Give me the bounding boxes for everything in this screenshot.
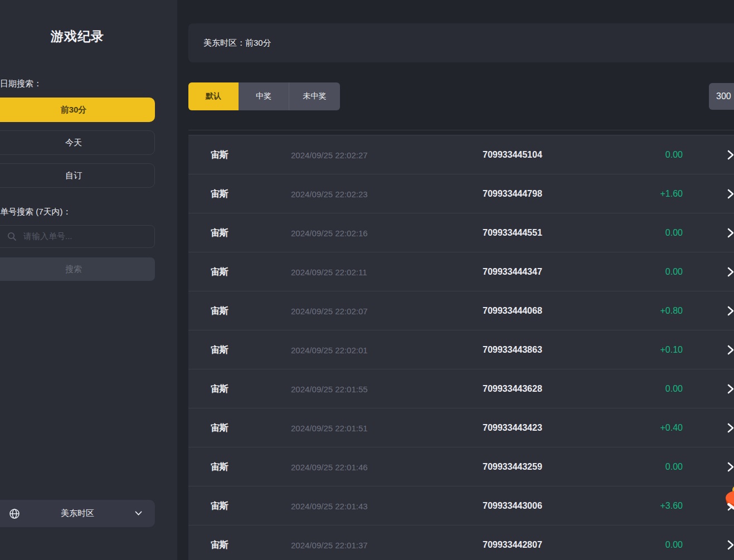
chevron-right-icon [727, 150, 734, 160]
chevron-down-icon [135, 511, 142, 516]
record-amount: +0.80 [620, 306, 683, 316]
record-order-number: 709933443006 [483, 501, 542, 511]
chevron-right-icon [727, 306, 734, 316]
record-amount: +0.40 [620, 423, 683, 433]
filter-tabs: 默认 中奖 未中奖 [188, 82, 340, 110]
record-row[interactable]: 宙斯 2024/09/25 22:01:51 709933443423 +0.4… [188, 408, 734, 447]
record-amount: +1.60 [620, 189, 683, 199]
record-order-number: 709933443423 [483, 423, 542, 433]
record-order-number: 709933444068 [483, 306, 542, 316]
record-timestamp: 2024/09/25 22:01:46 [291, 462, 368, 471]
records-list: 宙斯 2024/09/25 22:02:27 709933445104 0.00… [188, 135, 734, 560]
tab-default[interactable]: 默认 [188, 82, 239, 110]
record-game-name: 宙斯 [211, 539, 229, 551]
globe-icon [9, 508, 20, 519]
record-row[interactable]: 宙斯 2024/09/25 22:01:43 709933443006 +3.6… [188, 486, 734, 525]
order-search-input[interactable]: 请输入单号... [0, 225, 155, 248]
record-order-number: 709933443259 [483, 462, 542, 472]
record-amount: +3.60 [620, 501, 683, 511]
record-row[interactable]: 宙斯 2024/09/25 22:02:01 709933443863 +0.1… [188, 330, 734, 369]
chevron-right-icon [727, 189, 734, 199]
record-game-name: 宙斯 [211, 305, 229, 316]
record-order-number: 709933442807 [483, 540, 542, 550]
record-game-name: 宙斯 [211, 500, 229, 512]
date-search-label: 日期搜索： [0, 79, 42, 89]
record-timestamp: 2024/09/25 22:01:43 [291, 501, 368, 510]
record-order-number: 709933444798 [483, 189, 542, 199]
record-timestamp: 2024/09/25 22:01:37 [291, 540, 368, 549]
record-game-name: 宙斯 [211, 461, 229, 473]
record-amount: +0.10 [620, 345, 683, 355]
date-filter-last30min-button[interactable]: 前30分 [0, 98, 155, 122]
record-order-number: 709933443863 [483, 345, 542, 355]
sidebar: 游戏纪录 日期搜索： 前30分 今天 自订 单号搜索 (7天内)： 请输入单号.… [0, 0, 177, 560]
record-order-number: 709933443628 [483, 384, 542, 394]
record-game-name: 宙斯 [211, 188, 229, 199]
record-timestamp: 2024/09/25 22:02:23 [291, 189, 368, 198]
record-game-name: 宙斯 [211, 383, 229, 395]
record-timestamp: 2024/09/25 22:02:01 [291, 345, 368, 354]
record-amount: 0.00 [620, 540, 683, 550]
record-timestamp: 2024/09/25 22:02:16 [291, 228, 368, 237]
tab-lose[interactable]: 未中奖 [289, 82, 340, 110]
chevron-right-icon [727, 345, 734, 355]
record-timestamp: 2024/09/25 22:01:55 [291, 384, 368, 393]
record-amount: 0.00 [620, 462, 683, 472]
records-header-title: 美东时区：前30分 [203, 38, 271, 48]
record-row[interactable]: 宙斯 2024/09/25 22:02:07 709933444068 +0.8… [188, 291, 734, 330]
chevron-right-icon [727, 228, 734, 238]
record-game-name: 宙斯 [211, 227, 229, 238]
chevron-right-icon [727, 267, 734, 277]
order-search-placeholder: 请输入单号... [23, 231, 72, 242]
date-filter-custom-button[interactable]: 自订 [0, 163, 155, 188]
record-timestamp: 2024/09/25 22:02:11 [291, 267, 367, 276]
record-timestamp: 2024/09/25 22:01:51 [291, 423, 368, 432]
record-row[interactable]: 宙斯 2024/09/25 22:02:16 709933444551 0.00 [188, 213, 734, 252]
page-title: 游戏纪录 [0, 28, 155, 45]
record-order-number: 709933445104 [483, 150, 542, 160]
coin-promo-icon[interactable] [726, 488, 734, 517]
chevron-right-icon [727, 462, 734, 472]
record-game-name: 宙斯 [211, 422, 229, 434]
record-amount: 0.00 [620, 228, 683, 238]
chevron-right-icon [727, 384, 734, 394]
record-row[interactable]: 宙斯 2024/09/25 22:02:23 709933444798 +1.6… [188, 174, 734, 213]
date-filter-today-button[interactable]: 今天 [0, 130, 155, 155]
search-button[interactable]: 搜索 [0, 257, 155, 281]
record-timestamp: 2024/09/25 22:02:27 [291, 150, 368, 159]
record-amount: 0.00 [620, 267, 683, 277]
order-search-label: 单号搜索 (7天内)： [0, 207, 71, 217]
record-order-number: 709933444347 [483, 267, 542, 277]
chevron-right-icon [727, 540, 734, 550]
record-game-name: 宙斯 [211, 266, 229, 277]
record-row[interactable]: 宙斯 2024/09/25 22:01:55 709933443628 0.00 [188, 369, 734, 408]
record-row[interactable]: 宙斯 2024/09/25 22:02:27 709933445104 0.00 [188, 135, 734, 174]
record-amount: 0.00 [620, 150, 683, 160]
record-timestamp: 2024/09/25 22:02:07 [291, 306, 368, 315]
record-row[interactable]: 宙斯 2024/09/25 22:02:11 709933444347 0.00 [188, 252, 734, 291]
chevron-right-icon [727, 423, 734, 433]
record-game-name: 宙斯 [211, 149, 229, 160]
record-order-number: 709933444551 [483, 228, 542, 238]
records-header-bar: 美东时区：前30分 [188, 23, 734, 62]
limit-300-button[interactable]: 300 [709, 83, 734, 110]
record-row[interactable]: 宙斯 2024/09/25 22:01:46 709933443259 0.00 [188, 447, 734, 486]
records-main: 美东时区：前30分 默认 中奖 未中奖 300 宙斯 2024/09/25 22… [177, 0, 734, 560]
list-top-divider [188, 130, 734, 130]
record-game-name: 宙斯 [211, 344, 229, 356]
search-icon [7, 232, 17, 241]
record-row[interactable]: 宙斯 2024/09/25 22:01:37 709933442807 0.00 [188, 525, 734, 560]
record-amount: 0.00 [620, 384, 683, 394]
timezone-label: 美东时区 [20, 508, 135, 519]
timezone-selector[interactable]: 美东时区 [0, 500, 155, 527]
tab-win[interactable]: 中奖 [239, 82, 289, 110]
